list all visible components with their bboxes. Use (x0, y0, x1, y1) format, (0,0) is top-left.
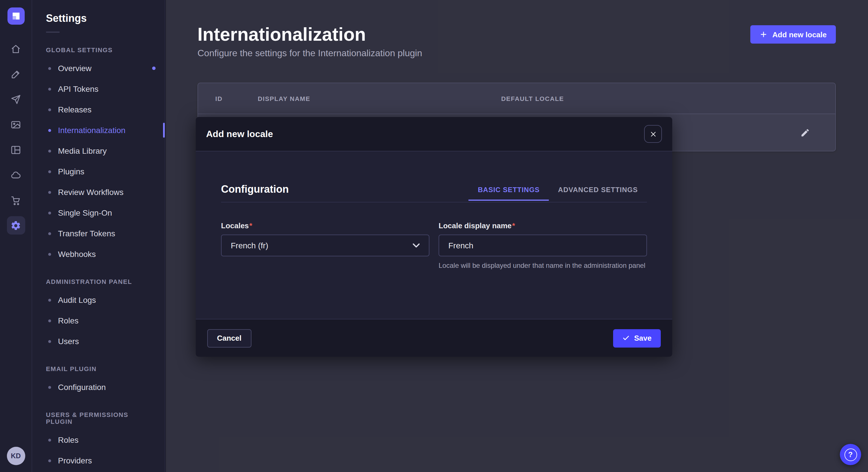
media-library-icon[interactable] (7, 115, 25, 134)
bullet-icon (48, 252, 51, 256)
sidebar-item-admin-roles[interactable]: Roles (32, 310, 165, 331)
sidebar-item-internationalization[interactable]: Internationalization (32, 120, 165, 140)
sidebar-item-label: Configuration (58, 382, 106, 392)
add-locale-modal: Add new locale Configuration BASIC SETTI… (196, 117, 672, 357)
sidebar-title: Settings (32, 12, 165, 25)
bullet-icon (48, 386, 51, 389)
sidebar-item-email-configuration[interactable]: Configuration (32, 377, 165, 398)
check-icon (622, 334, 629, 342)
tab-advanced-settings[interactable]: ADVANCED SETTINGS (549, 186, 647, 194)
sidebar-item-label: Review Workflows (58, 188, 123, 197)
bullet-icon (48, 211, 51, 214)
help-button[interactable]: ? (840, 444, 861, 465)
sidebar-item-label: Webhooks (58, 249, 96, 259)
sidebar-item-up-roles[interactable]: Roles (32, 430, 165, 450)
bullet-icon (48, 319, 51, 322)
display-name-label: Locale display name* (439, 222, 647, 230)
modal-title: Add new locale (206, 129, 273, 139)
bullet-icon (48, 67, 51, 70)
bullet-icon (48, 299, 51, 301)
sidebar-item-label: Audit Logs (58, 295, 96, 305)
cart-icon[interactable] (7, 191, 25, 209)
required-asterisk: * (249, 222, 252, 230)
locales-field: Locales* French (fr) (221, 222, 429, 271)
chevron-down-icon (413, 243, 420, 248)
section-header-email-plugin: EMAIL PLUGIN (32, 365, 165, 372)
layout-builder-icon[interactable] (7, 140, 25, 159)
cancel-button[interactable]: Cancel (207, 329, 251, 347)
locales-label: Locales* (221, 222, 429, 230)
user-avatar[interactable]: KD (7, 447, 25, 465)
sidebar-item-api-tokens[interactable]: API Tokens (32, 78, 165, 99)
sidebar-item-review-workflows[interactable]: Review Workflows (32, 182, 165, 202)
sidebar-item-label: Roles (58, 316, 79, 325)
bullet-icon (48, 170, 51, 173)
home-icon[interactable] (7, 40, 25, 58)
sidebar-item-label: Providers (58, 456, 92, 465)
modal-tabs: BASIC SETTINGS ADVANCED SETTINGS (469, 186, 647, 194)
section-header-administration-panel: ADMINISTRATION PANEL (32, 278, 165, 285)
content-pen-icon[interactable] (7, 65, 25, 83)
locales-select-value: French (fr) (231, 241, 268, 250)
bullet-icon (48, 129, 51, 132)
required-asterisk: * (512, 222, 515, 230)
bullet-icon (48, 108, 51, 111)
sidebar-item-label: API Tokens (58, 84, 98, 94)
sidebar-item-admin-users[interactable]: Users (32, 331, 165, 351)
bullet-icon (48, 191, 51, 194)
section-header-users-permissions-plugin: USERS & PERMISSIONS PLUGIN (32, 411, 165, 425)
bullet-icon (48, 88, 51, 90)
sidebar-item-single-sign-on[interactable]: Single Sign-On (32, 202, 165, 223)
sidebar-item-label: Overview (58, 64, 92, 73)
icon-rail: KD (0, 0, 32, 472)
sidebar-item-releases[interactable]: Releases (32, 99, 165, 120)
settings-sidebar: Settings GLOBAL SETTINGS Overview API To… (32, 0, 165, 472)
sidebar-item-plugins[interactable]: Plugins (32, 161, 165, 182)
bullet-icon (48, 438, 51, 441)
close-icon (650, 131, 656, 137)
modal-close-button[interactable] (644, 125, 662, 143)
section-header-global-settings: GLOBAL SETTINGS (32, 46, 165, 53)
modal-body: Configuration BASIC SETTINGS ADVANCED SE… (196, 151, 672, 319)
notification-dot-icon (152, 67, 156, 70)
configuration-header-row: Configuration BASIC SETTINGS ADVANCED SE… (221, 183, 647, 202)
bullet-icon (48, 149, 51, 152)
strapi-logo[interactable] (7, 7, 24, 25)
sidebar-item-label: Media Library (58, 146, 107, 156)
app-window: KD Settings GLOBAL SETTINGS Overview API… (0, 0, 868, 472)
sidebar-item-media-library[interactable]: Media Library (32, 140, 165, 161)
sidebar-item-label: Releases (58, 105, 92, 114)
paper-plane-icon[interactable] (7, 90, 25, 108)
locales-select[interactable]: French (fr) (221, 235, 429, 256)
sidebar-item-transfer-tokens[interactable]: Transfer Tokens (32, 223, 165, 244)
sidebar-item-overview[interactable]: Overview (32, 58, 165, 78)
modal-footer: Cancel Save (196, 319, 672, 357)
sidebar-item-webhooks[interactable]: Webhooks (32, 244, 165, 264)
locales-label-text: Locales (221, 222, 249, 230)
save-button[interactable]: Save (613, 329, 661, 347)
sidebar-item-label: Transfer Tokens (58, 229, 115, 238)
strapi-logo-icon (7, 7, 24, 25)
display-name-hint: Locale will be displayed under that name… (439, 261, 647, 271)
sidebar-item-label: Single Sign-On (58, 208, 112, 217)
display-name-input[interactable] (439, 235, 647, 256)
display-name-field: Locale display name* Locale will be disp… (439, 222, 647, 271)
sidebar-item-label: Users (58, 337, 79, 346)
cloud-icon[interactable] (7, 166, 25, 184)
sidebar-divider (46, 32, 60, 33)
sidebar-item-audit-logs[interactable]: Audit Logs (32, 290, 165, 310)
bullet-icon (48, 340, 51, 343)
rail-icon-list (7, 40, 25, 235)
display-name-label-text: Locale display name (439, 222, 512, 230)
tab-basic-settings[interactable]: BASIC SETTINGS (469, 186, 549, 194)
sidebar-item-label: Plugins (58, 167, 84, 176)
sidebar-item-label: Internationalization (58, 126, 125, 135)
settings-gear-icon[interactable] (7, 216, 25, 235)
modal-header: Add new locale (196, 117, 672, 151)
locale-form-row: Locales* French (fr) Locale display name… (221, 222, 647, 271)
sidebar-item-up-providers[interactable]: Providers (32, 450, 165, 471)
sidebar-item-label: Roles (58, 435, 79, 444)
configuration-title: Configuration (221, 183, 289, 196)
save-button-label: Save (634, 334, 652, 342)
question-mark-icon: ? (844, 448, 857, 461)
